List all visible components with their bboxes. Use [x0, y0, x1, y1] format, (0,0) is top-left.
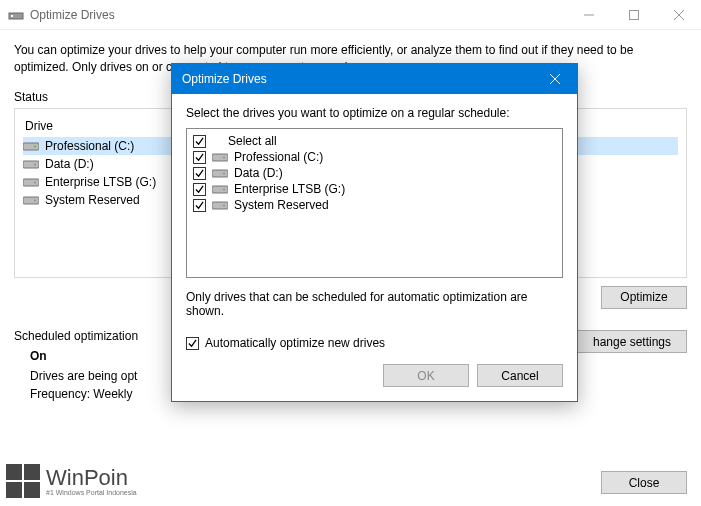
- drive-name: Enterprise LTSB (G:): [234, 182, 345, 196]
- svg-point-21: [223, 189, 225, 191]
- checkbox-icon[interactable]: [186, 337, 199, 350]
- change-settings-button[interactable]: hange settings: [577, 330, 687, 353]
- drive-optimize-icon: [8, 7, 24, 23]
- watermark-tag: #1 Windows Portal Indonesia: [46, 489, 137, 496]
- disk-icon: [23, 158, 39, 170]
- main-close-button[interactable]: Close: [601, 471, 687, 494]
- main-titlebar: Optimize Drives: [0, 0, 701, 30]
- drive-checkbox-row[interactable]: Data (D:): [193, 165, 556, 181]
- svg-rect-1: [11, 15, 13, 17]
- optimize-button[interactable]: Optimize: [601, 286, 687, 309]
- svg-rect-22: [212, 202, 228, 209]
- select-all-label: Select all: [228, 134, 277, 148]
- svg-point-7: [34, 145, 36, 147]
- svg-rect-20: [212, 186, 228, 193]
- svg-point-11: [34, 181, 36, 183]
- dialog-note: Only drives that can be scheduled for au…: [186, 290, 563, 318]
- maximize-button[interactable]: [611, 0, 656, 30]
- svg-rect-16: [212, 154, 228, 161]
- dialog-titlebar: Optimize Drives: [172, 64, 577, 94]
- svg-point-23: [223, 205, 225, 207]
- disk-icon: [212, 199, 228, 211]
- watermark-name: WinPoin: [46, 467, 137, 489]
- svg-point-9: [34, 163, 36, 165]
- svg-rect-12: [23, 197, 39, 204]
- svg-point-19: [223, 173, 225, 175]
- drive-checkbox-row[interactable]: System Reserved: [193, 197, 556, 213]
- cancel-button[interactable]: Cancel: [477, 364, 563, 387]
- close-button[interactable]: [656, 0, 701, 30]
- select-all-row[interactable]: Select all: [193, 133, 556, 149]
- checkbox-icon[interactable]: [193, 199, 206, 212]
- svg-rect-6: [23, 143, 39, 150]
- main-window-title: Optimize Drives: [30, 8, 566, 22]
- svg-rect-10: [23, 179, 39, 186]
- drive-checkbox-row[interactable]: Professional (C:): [193, 149, 556, 165]
- drive-name: Enterprise LTSB (G:): [45, 175, 156, 189]
- drive-name: Data (D:): [234, 166, 283, 180]
- drive-name: Data (D:): [45, 157, 94, 171]
- drive-name: System Reserved: [234, 198, 329, 212]
- svg-rect-3: [629, 10, 638, 19]
- disk-icon: [23, 140, 39, 152]
- drive-name: System Reserved: [45, 193, 140, 207]
- disk-icon: [212, 167, 228, 179]
- auto-optimize-label: Automatically optimize new drives: [205, 336, 385, 350]
- checkbox-icon[interactable]: [193, 167, 206, 180]
- ok-button[interactable]: OK: [383, 364, 469, 387]
- auto-optimize-row[interactable]: Automatically optimize new drives: [186, 336, 563, 350]
- dialog-drive-list: Select all Professional (C:) Data (D:) E…: [186, 128, 563, 278]
- watermark-logo-icon: [6, 464, 40, 498]
- dialog-title: Optimize Drives: [182, 72, 532, 86]
- minimize-button[interactable]: [566, 0, 611, 30]
- dialog-close-button[interactable]: [532, 64, 577, 94]
- disk-icon: [212, 151, 228, 163]
- checkbox-icon[interactable]: [193, 135, 206, 148]
- checkbox-icon[interactable]: [193, 151, 206, 164]
- svg-rect-18: [212, 170, 228, 177]
- drive-name: Professional (C:): [45, 139, 134, 153]
- svg-point-17: [223, 157, 225, 159]
- checkbox-icon[interactable]: [193, 183, 206, 196]
- dialog-description: Select the drives you want to optimize o…: [186, 106, 563, 120]
- drive-name: Professional (C:): [234, 150, 323, 164]
- disk-icon: [212, 183, 228, 195]
- drive-checkbox-row[interactable]: Enterprise LTSB (G:): [193, 181, 556, 197]
- svg-point-13: [34, 199, 36, 201]
- svg-rect-8: [23, 161, 39, 168]
- watermark: WinPoin #1 Windows Portal Indonesia: [6, 464, 137, 498]
- schedule-dialog: Optimize Drives Select the drives you wa…: [171, 63, 578, 402]
- disk-icon: [23, 194, 39, 206]
- disk-icon: [23, 176, 39, 188]
